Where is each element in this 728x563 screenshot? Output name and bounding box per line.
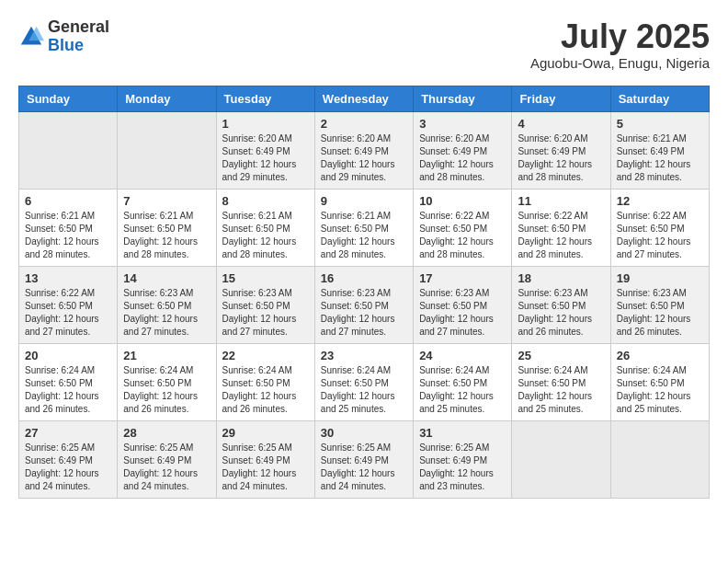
day-number: 1 xyxy=(222,117,309,131)
day-info: Sunrise: 6:24 AM Sunset: 6:50 PM Dayligh… xyxy=(123,364,210,416)
day-number: 18 xyxy=(518,271,604,285)
day-info: Sunrise: 6:25 AM Sunset: 6:49 PM Dayligh… xyxy=(419,442,506,493)
day-info: Sunrise: 6:20 AM Sunset: 6:49 PM Dayligh… xyxy=(222,132,309,184)
day-info: Sunrise: 6:25 AM Sunset: 6:49 PM Dayligh… xyxy=(123,442,210,493)
calendar-day-cell: 7Sunrise: 6:21 AM Sunset: 6:50 PM Daylig… xyxy=(118,189,216,266)
calendar-day-cell: 31Sunrise: 6:25 AM Sunset: 6:49 PM Dayli… xyxy=(414,420,512,498)
day-info: Sunrise: 6:22 AM Sunset: 6:50 PM Dayligh… xyxy=(518,210,604,261)
day-number: 5 xyxy=(617,117,703,131)
logo-general: General xyxy=(48,17,109,36)
day-info: Sunrise: 6:25 AM Sunset: 6:49 PM Dayligh… xyxy=(222,442,309,493)
day-info: Sunrise: 6:21 AM Sunset: 6:49 PM Dayligh… xyxy=(617,132,703,184)
calendar-day-cell: 27Sunrise: 6:25 AM Sunset: 6:49 PM Dayli… xyxy=(19,420,118,498)
day-info: Sunrise: 6:22 AM Sunset: 6:50 PM Dayligh… xyxy=(617,210,703,261)
calendar-day-cell xyxy=(512,420,610,498)
day-number: 19 xyxy=(617,271,703,285)
logo-blue: Blue xyxy=(48,36,84,54)
calendar-day-cell: 11Sunrise: 6:22 AM Sunset: 6:50 PM Dayli… xyxy=(512,189,610,266)
page-header: General Blue July 2025 Aguobu-Owa, Enugu… xyxy=(18,18,710,71)
weekday-header: Tuesday xyxy=(216,86,314,111)
day-number: 9 xyxy=(321,194,407,208)
calendar-day-cell xyxy=(19,111,118,189)
calendar-day-cell: 16Sunrise: 6:23 AM Sunset: 6:50 PM Dayli… xyxy=(314,266,413,343)
day-number: 6 xyxy=(25,194,111,208)
logo-icon xyxy=(18,24,44,50)
calendar-day-cell: 1Sunrise: 6:20 AM Sunset: 6:49 PM Daylig… xyxy=(216,111,314,189)
calendar-day-cell: 20Sunrise: 6:24 AM Sunset: 6:50 PM Dayli… xyxy=(19,343,118,420)
day-info: Sunrise: 6:24 AM Sunset: 6:50 PM Dayligh… xyxy=(222,364,309,416)
calendar-day-cell: 4Sunrise: 6:20 AM Sunset: 6:49 PM Daylig… xyxy=(512,111,610,189)
calendar-day-cell: 18Sunrise: 6:23 AM Sunset: 6:50 PM Dayli… xyxy=(512,266,610,343)
day-number: 3 xyxy=(419,117,506,131)
calendar-day-cell: 2Sunrise: 6:20 AM Sunset: 6:49 PM Daylig… xyxy=(314,111,413,189)
day-info: Sunrise: 6:24 AM Sunset: 6:50 PM Dayligh… xyxy=(419,364,506,416)
day-number: 20 xyxy=(25,349,111,362)
weekday-header: Saturday xyxy=(610,86,709,111)
calendar-day-cell: 22Sunrise: 6:24 AM Sunset: 6:50 PM Dayli… xyxy=(216,343,314,420)
calendar-day-cell: 8Sunrise: 6:21 AM Sunset: 6:50 PM Daylig… xyxy=(216,189,314,266)
weekday-header: Friday xyxy=(512,86,610,111)
day-info: Sunrise: 6:22 AM Sunset: 6:50 PM Dayligh… xyxy=(25,287,111,339)
day-number: 4 xyxy=(518,117,604,131)
day-number: 21 xyxy=(123,349,210,362)
day-number: 24 xyxy=(419,349,506,362)
calendar-day-cell: 28Sunrise: 6:25 AM Sunset: 6:49 PM Dayli… xyxy=(118,420,216,498)
day-info: Sunrise: 6:24 AM Sunset: 6:50 PM Dayligh… xyxy=(617,364,703,416)
day-info: Sunrise: 6:24 AM Sunset: 6:50 PM Dayligh… xyxy=(518,364,604,416)
calendar-week-row: 6Sunrise: 6:21 AM Sunset: 6:50 PM Daylig… xyxy=(19,189,710,266)
day-number: 7 xyxy=(123,194,210,208)
day-number: 12 xyxy=(617,194,703,208)
day-info: Sunrise: 6:21 AM Sunset: 6:50 PM Dayligh… xyxy=(25,210,111,261)
weekday-header: Sunday xyxy=(19,86,118,111)
day-number: 27 xyxy=(25,426,111,440)
location-label: Aguobu-Owa, Enugu, Nigeria xyxy=(530,55,710,71)
calendar-day-cell: 5Sunrise: 6:21 AM Sunset: 6:49 PM Daylig… xyxy=(610,111,709,189)
calendar-day-cell: 29Sunrise: 6:25 AM Sunset: 6:49 PM Dayli… xyxy=(216,420,314,498)
day-info: Sunrise: 6:24 AM Sunset: 6:50 PM Dayligh… xyxy=(321,364,407,416)
calendar-day-cell: 26Sunrise: 6:24 AM Sunset: 6:50 PM Dayli… xyxy=(610,343,709,420)
day-number: 25 xyxy=(518,349,604,362)
calendar-day-cell: 24Sunrise: 6:24 AM Sunset: 6:50 PM Dayli… xyxy=(414,343,512,420)
weekday-header: Thursday xyxy=(414,86,512,111)
day-number: 17 xyxy=(419,271,506,285)
day-number: 22 xyxy=(222,349,309,362)
day-info: Sunrise: 6:20 AM Sunset: 6:49 PM Dayligh… xyxy=(518,132,604,184)
calendar-day-cell: 6Sunrise: 6:21 AM Sunset: 6:50 PM Daylig… xyxy=(19,189,118,266)
day-info: Sunrise: 6:23 AM Sunset: 6:50 PM Dayligh… xyxy=(518,287,604,339)
calendar-week-row: 13Sunrise: 6:22 AM Sunset: 6:50 PM Dayli… xyxy=(19,266,710,343)
calendar-header-row: SundayMondayTuesdayWednesdayThursdayFrid… xyxy=(19,86,710,111)
calendar-day-cell: 19Sunrise: 6:23 AM Sunset: 6:50 PM Dayli… xyxy=(610,266,709,343)
day-number: 30 xyxy=(321,426,407,440)
day-number: 16 xyxy=(321,271,407,285)
calendar-day-cell: 23Sunrise: 6:24 AM Sunset: 6:50 PM Dayli… xyxy=(314,343,413,420)
weekday-header: Wednesday xyxy=(314,86,413,111)
calendar-day-cell: 25Sunrise: 6:24 AM Sunset: 6:50 PM Dayli… xyxy=(512,343,610,420)
day-number: 2 xyxy=(321,117,407,131)
day-info: Sunrise: 6:25 AM Sunset: 6:49 PM Dayligh… xyxy=(321,442,407,493)
day-info: Sunrise: 6:23 AM Sunset: 6:50 PM Dayligh… xyxy=(321,287,407,339)
calendar-week-row: 27Sunrise: 6:25 AM Sunset: 6:49 PM Dayli… xyxy=(19,420,710,498)
calendar-day-cell: 14Sunrise: 6:23 AM Sunset: 6:50 PM Dayli… xyxy=(118,266,216,343)
calendar-day-cell: 17Sunrise: 6:23 AM Sunset: 6:50 PM Dayli… xyxy=(414,266,512,343)
calendar-day-cell: 9Sunrise: 6:21 AM Sunset: 6:50 PM Daylig… xyxy=(314,189,413,266)
day-number: 13 xyxy=(25,271,111,285)
calendar-day-cell: 15Sunrise: 6:23 AM Sunset: 6:50 PM Dayli… xyxy=(216,266,314,343)
day-info: Sunrise: 6:25 AM Sunset: 6:49 PM Dayligh… xyxy=(25,442,111,493)
day-number: 10 xyxy=(419,194,506,208)
day-number: 31 xyxy=(419,426,506,440)
day-number: 23 xyxy=(321,349,407,362)
calendar-week-row: 20Sunrise: 6:24 AM Sunset: 6:50 PM Dayli… xyxy=(19,343,710,420)
calendar-day-cell: 13Sunrise: 6:22 AM Sunset: 6:50 PM Dayli… xyxy=(19,266,118,343)
day-number: 29 xyxy=(222,426,309,440)
day-info: Sunrise: 6:20 AM Sunset: 6:49 PM Dayligh… xyxy=(419,132,506,184)
day-info: Sunrise: 6:21 AM Sunset: 6:50 PM Dayligh… xyxy=(123,210,210,261)
calendar-day-cell xyxy=(118,111,216,189)
day-info: Sunrise: 6:22 AM Sunset: 6:50 PM Dayligh… xyxy=(419,210,506,261)
calendar-day-cell: 21Sunrise: 6:24 AM Sunset: 6:50 PM Dayli… xyxy=(118,343,216,420)
calendar-day-cell: 12Sunrise: 6:22 AM Sunset: 6:50 PM Dayli… xyxy=(610,189,709,266)
logo-text: General Blue xyxy=(48,18,109,55)
month-year-title: July 2025 xyxy=(530,18,710,55)
day-number: 28 xyxy=(123,426,210,440)
day-info: Sunrise: 6:20 AM Sunset: 6:49 PM Dayligh… xyxy=(321,132,407,184)
day-info: Sunrise: 6:23 AM Sunset: 6:50 PM Dayligh… xyxy=(617,287,703,339)
